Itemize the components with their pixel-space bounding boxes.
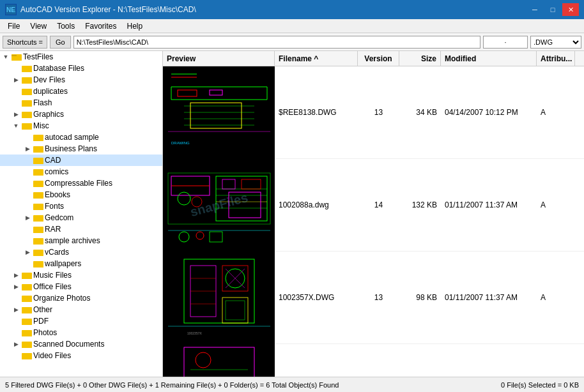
expand-icon[interactable]: ▶ bbox=[23, 248, 32, 257]
tree-item-dev-files[interactable]: ▶ Dev Files bbox=[0, 74, 162, 86]
modified-1: 04/14/2007 10:12 PM bbox=[441, 108, 537, 117]
tree-item-autocad-sample[interactable]: autocad sample bbox=[0, 132, 162, 143]
file-row[interactable]: snapFiles 1002088a.dwg 14 132 KB 01/11/2… bbox=[163, 159, 584, 252]
close-button[interactable]: ✕ bbox=[562, 3, 579, 16]
folder-icon bbox=[22, 271, 32, 280]
tree-item-rar[interactable]: RAR bbox=[0, 223, 162, 235]
address-input[interactable] bbox=[73, 36, 480, 49]
menu-help[interactable]: Help bbox=[122, 20, 148, 32]
menu-view[interactable]: View bbox=[25, 20, 52, 32]
expand-icon bbox=[12, 98, 20, 107]
tree-item-video-files[interactable]: Video Files bbox=[0, 350, 162, 361]
tree-item-gedcom[interactable]: ▶ Gedcom bbox=[0, 212, 162, 223]
folder-icon bbox=[22, 294, 32, 303]
file-row[interactable] bbox=[163, 344, 584, 377]
expand-icon[interactable]: ▶ bbox=[12, 305, 20, 314]
col-header-attr[interactable]: Attribu... bbox=[537, 51, 575, 66]
address-bar: Shortcuts = Go .DWG .DXF All Files bbox=[0, 33, 584, 51]
tree-item-ebooks[interactable]: Ebooks bbox=[0, 189, 162, 200]
expand-icon[interactable]: ▶ bbox=[12, 271, 20, 280]
maximize-button[interactable]: □ bbox=[544, 3, 561, 16]
tree-item-compressable[interactable]: Compressable Files bbox=[0, 177, 162, 189]
expand-icon[interactable]: ▼ bbox=[1, 52, 10, 61]
folder-icon bbox=[22, 87, 32, 96]
tree-item-scanned-documents[interactable]: ▶ Scanned Documents bbox=[0, 338, 162, 350]
filename-2: 1002088a.dwg bbox=[275, 200, 358, 209]
expand-icon[interactable]: ▼ bbox=[12, 121, 20, 130]
file-row[interactable]: 1002357X 1002357X.DWG 13 98 KB 01/11/200… bbox=[163, 252, 584, 344]
folder-icon bbox=[33, 179, 43, 188]
expand-icon[interactable]: ▶ bbox=[12, 110, 20, 119]
tree-item-office-files[interactable]: ▶ Office Files bbox=[0, 281, 162, 292]
tree-label: Music Files bbox=[33, 271, 72, 280]
tree-item-comics[interactable]: comics bbox=[0, 166, 162, 177]
shortcuts-button[interactable]: Shortcuts = bbox=[3, 36, 47, 49]
tree-label: PDF bbox=[33, 317, 49, 326]
svg-rect-47 bbox=[22, 308, 32, 313]
col-header-size[interactable]: Size bbox=[399, 51, 441, 66]
expand-icon bbox=[12, 294, 20, 303]
file-preview-3: 1002357X bbox=[163, 252, 275, 344]
col-header-preview[interactable]: Preview bbox=[163, 51, 275, 66]
file-row[interactable]: DRAWING $REE8138.DWG 13 34 KB 04/14/2007… bbox=[163, 66, 584, 159]
file-info-3: 1002357X.DWG 13 98 KB 01/11/2007 11:37 A… bbox=[275, 252, 584, 343]
tree-item-other[interactable]: ▶ Other bbox=[0, 304, 162, 315]
expand-icon bbox=[23, 133, 32, 142]
folder-icon bbox=[22, 351, 32, 360]
tree-label: Database Files bbox=[33, 64, 84, 73]
menu-favorites[interactable]: Favorites bbox=[80, 20, 121, 32]
app-icon: NE bbox=[5, 4, 17, 15]
folder-icon bbox=[22, 98, 32, 107]
extension-dropdown[interactable]: .DWG .DXF All Files bbox=[530, 36, 581, 49]
tree-item-business-plans[interactable]: ▶ Business Plans bbox=[0, 143, 162, 155]
window-title: AutoCAD Version Explorer - N:\TestFiles\… bbox=[20, 5, 196, 14]
tree-label: duplicates bbox=[33, 87, 68, 96]
col-header-version[interactable]: Version bbox=[358, 51, 399, 66]
tree-item-organize-photos[interactable]: Organize Photos bbox=[0, 292, 162, 304]
tree-item-database-files[interactable]: Database Files bbox=[0, 63, 162, 74]
tree-panel[interactable]: ▼ TestFiles Database Files ▶ Dev Files bbox=[0, 51, 163, 377]
content-panel: Preview Filename ^ Version Size Modified… bbox=[163, 51, 584, 377]
tree-item-graphics[interactable]: ▶ Graphics bbox=[0, 109, 162, 120]
tree-item-sample-archives[interactable]: sample archives bbox=[0, 235, 162, 246]
tree-item-flash[interactable]: Flash bbox=[0, 97, 162, 109]
tree-label: Misc bbox=[33, 121, 49, 130]
col-header-filename[interactable]: Filename ^ bbox=[275, 51, 358, 66]
tree-item-wallpapers[interactable]: wallpapers bbox=[0, 258, 162, 269]
tree-item-pdf[interactable]: PDF bbox=[0, 315, 162, 327]
tree-item-fonts[interactable]: Fonts bbox=[0, 200, 162, 212]
folder-icon bbox=[33, 236, 43, 245]
tree-item-misc[interactable]: ▼ Misc bbox=[0, 120, 162, 132]
tree-item-vcards[interactable]: ▶ vCards bbox=[0, 246, 162, 258]
tree-item-music-files[interactable]: ▶ Music Files bbox=[0, 269, 162, 281]
svg-rect-13 bbox=[22, 113, 32, 118]
menu-tools[interactable]: Tools bbox=[52, 20, 80, 32]
filter-input[interactable] bbox=[483, 36, 528, 49]
minimize-button[interactable]: ─ bbox=[526, 3, 543, 16]
expand-icon[interactable]: ▶ bbox=[23, 213, 32, 222]
tree-item-photos[interactable]: Photos bbox=[0, 327, 162, 338]
expand-icon[interactable]: ▶ bbox=[12, 75, 20, 84]
tree-label: TestFiles bbox=[23, 52, 53, 61]
expand-icon[interactable]: ▶ bbox=[23, 144, 32, 153]
tree-label: vCards bbox=[45, 248, 69, 257]
tree-label: comics bbox=[45, 167, 68, 176]
content-body[interactable]: DRAWING $REE8138.DWG 13 34 KB 04/14/2007… bbox=[163, 66, 584, 377]
svg-rect-94 bbox=[222, 298, 248, 323]
folder-icon bbox=[33, 167, 43, 176]
tree-item-cad[interactable]: CAD bbox=[0, 155, 162, 166]
svg-point-76 bbox=[192, 197, 202, 207]
svg-rect-33 bbox=[33, 228, 43, 233]
menu-file[interactable]: File bbox=[3, 20, 25, 32]
version-1: 13 bbox=[358, 108, 399, 117]
tree-label: Compressable Files bbox=[45, 179, 112, 188]
tree-item-duplicates[interactable]: duplicates bbox=[0, 86, 162, 97]
svg-point-86 bbox=[196, 232, 204, 239]
go-button[interactable]: Go bbox=[50, 36, 71, 49]
expand-icon[interactable]: ▶ bbox=[12, 282, 20, 291]
tree-label: Office Files bbox=[33, 282, 72, 291]
tree-label: Gedcom bbox=[45, 213, 73, 222]
expand-icon[interactable]: ▶ bbox=[12, 340, 20, 349]
tree-item-testfiles[interactable]: ▼ TestFiles bbox=[0, 51, 162, 63]
col-header-modified[interactable]: Modified bbox=[441, 51, 537, 66]
